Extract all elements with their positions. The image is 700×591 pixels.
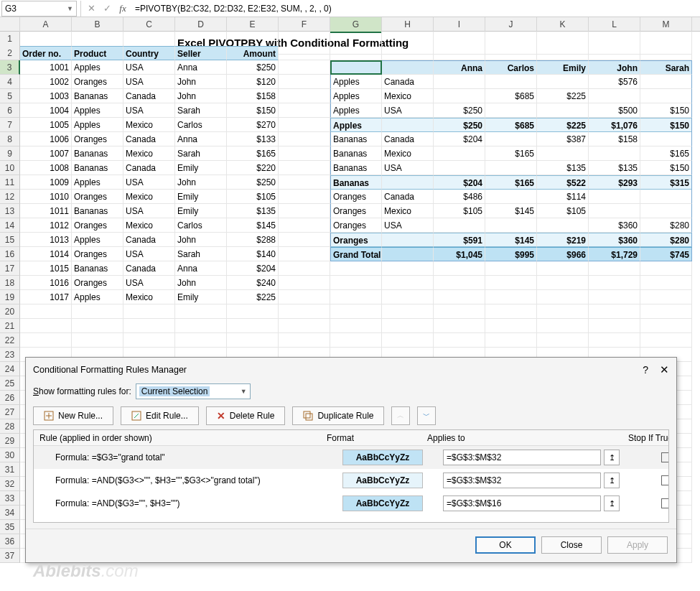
cell[interactable]: Grand Total (330, 247, 382, 261)
cancel-icon[interactable]: ✕ (83, 1, 99, 17)
cell[interactable]: Order no. (20, 46, 72, 60)
cell[interactable]: Canada (382, 132, 434, 146)
cell[interactable]: Oranges (330, 190, 382, 204)
cell[interactable]: $293 (589, 175, 640, 190)
cell[interactable] (537, 333, 589, 348)
cell[interactable] (589, 204, 640, 218)
cell[interactable]: 1015 (20, 261, 72, 276)
row-header[interactable]: 11 (0, 175, 20, 190)
cell[interactable] (175, 333, 227, 348)
cell[interactable]: $270 (227, 118, 279, 132)
cell[interactable] (279, 75, 330, 89)
cell[interactable]: Oranges (72, 190, 123, 204)
cell[interactable]: $225 (537, 89, 589, 103)
cell[interactable]: Amount (227, 46, 279, 60)
cell[interactable]: Sarah (640, 60, 692, 75)
cell[interactable]: $105 (537, 204, 589, 218)
cell[interactable] (434, 276, 485, 290)
cell[interactable]: John (175, 89, 227, 103)
cell[interactable] (640, 89, 692, 103)
cell[interactable] (279, 233, 330, 247)
range-picker-icon[interactable]: ↥ (604, 473, 620, 488)
applies-to-input[interactable]: =$G$3:$M$16 (443, 495, 601, 511)
cell[interactable]: Canada (123, 233, 175, 247)
cell[interactable]: $250 (227, 60, 279, 75)
cell[interactable] (434, 319, 485, 333)
cell[interactable]: Product (72, 46, 123, 60)
cell[interactable] (279, 276, 330, 290)
cell[interactable] (485, 290, 537, 304)
cell[interactable]: $105 (434, 204, 485, 218)
cell[interactable]: 1006 (20, 132, 72, 146)
cell[interactable]: $745 (640, 247, 692, 261)
cell[interactable]: Apples (72, 175, 123, 190)
cell[interactable] (227, 319, 279, 333)
apply-button[interactable]: Apply (607, 536, 668, 554)
cell[interactable]: 1005 (20, 118, 72, 132)
cell[interactable]: $150 (640, 118, 692, 132)
move-up-button[interactable]: ︿ (391, 406, 410, 425)
cell[interactable]: Carlos (485, 60, 537, 75)
cell[interactable]: Oranges (330, 204, 382, 218)
cell[interactable]: Seller (175, 46, 227, 60)
cell[interactable]: Sarah (175, 247, 227, 261)
cell[interactable]: Apples (72, 233, 123, 247)
cell[interactable]: USA (382, 103, 434, 118)
cell[interactable]: Oranges (330, 233, 382, 247)
cell[interactable]: Mexico (123, 118, 175, 132)
cell[interactable]: USA (123, 247, 175, 261)
edit-rule-button[interactable]: Edit Rule... (121, 406, 199, 425)
row-header[interactable]: 3 (0, 60, 20, 75)
cell[interactable]: USA (123, 60, 175, 75)
cell[interactable] (537, 103, 589, 118)
cell[interactable]: Carlos (175, 218, 227, 233)
cell[interactable] (434, 333, 485, 348)
column-header[interactable]: D (175, 17, 227, 33)
cell[interactable] (434, 304, 485, 319)
cell[interactable] (330, 60, 382, 75)
cell[interactable] (589, 89, 640, 103)
cell[interactable] (434, 161, 485, 175)
range-picker-icon[interactable]: ↥ (604, 495, 620, 511)
cell[interactable] (589, 46, 640, 60)
cell[interactable]: $240 (227, 276, 279, 290)
cell[interactable]: Canada (123, 89, 175, 103)
row-header[interactable]: 18 (0, 276, 20, 290)
cell[interactable]: Sarah (175, 103, 227, 118)
row-header[interactable]: 20 (0, 304, 20, 319)
cell[interactable] (279, 118, 330, 132)
cell[interactable]: Oranges (72, 75, 123, 89)
row-header[interactable]: 5 (0, 89, 20, 103)
fx-icon[interactable]: fx (115, 1, 131, 17)
row-header[interactable]: 14 (0, 218, 20, 233)
cell[interactable] (434, 146, 485, 161)
cell[interactable]: $486 (434, 190, 485, 204)
cell[interactable] (485, 132, 537, 146)
cell[interactable]: Bananas (330, 175, 382, 190)
cell[interactable]: $315 (640, 175, 692, 190)
cell[interactable]: 1004 (20, 103, 72, 118)
cell[interactable] (485, 103, 537, 118)
cell[interactable] (279, 319, 330, 333)
cell[interactable]: 1010 (20, 190, 72, 204)
cell[interactable] (485, 190, 537, 204)
cell[interactable]: $158 (227, 89, 279, 103)
cell[interactable]: $145 (227, 218, 279, 233)
cell[interactable] (589, 333, 640, 348)
cell[interactable]: Mexico (123, 218, 175, 233)
row-header[interactable]: 33 (0, 491, 20, 506)
cell[interactable]: USA (382, 218, 434, 233)
new-rule-button[interactable]: New Rule... (33, 406, 113, 425)
cell[interactable] (330, 319, 382, 333)
cell[interactable]: $219 (537, 233, 589, 247)
cell[interactable]: $165 (227, 146, 279, 161)
cell[interactable] (279, 161, 330, 175)
cell[interactable]: $288 (227, 233, 279, 247)
cell[interactable]: Apples (330, 89, 382, 103)
row-header[interactable]: 35 (0, 520, 20, 534)
cell[interactable] (227, 304, 279, 319)
row-header[interactable]: 21 (0, 319, 20, 333)
row-header[interactable]: 15 (0, 233, 20, 247)
cell[interactable]: $114 (537, 190, 589, 204)
cell[interactable] (382, 290, 434, 304)
